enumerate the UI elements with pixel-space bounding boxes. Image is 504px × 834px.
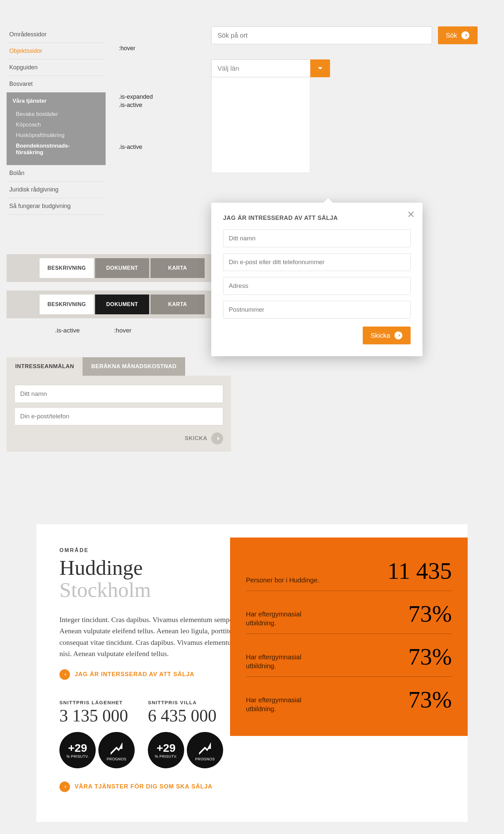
tab-state-hover: :hover	[95, 327, 151, 334]
sidebar-sub-insurance[interactable]: Husköpraförsäkring	[13, 130, 100, 141]
svg-point-1	[394, 331, 402, 339]
arrow-right-icon	[60, 782, 70, 792]
sidebar-item-guide[interactable]: Kopguiden	[7, 60, 106, 76]
prognosis-badge: PROGNOS	[187, 732, 223, 768]
avgprice-villa-label: SNITTPRIS VILLA	[148, 700, 223, 705]
interest-name-field[interactable]	[15, 385, 223, 403]
arrow-right-icon	[394, 331, 403, 340]
tab-strip-2: BESKRIVNING DOKUMENT KARTA	[7, 290, 211, 318]
sidebar-item-bidding[interactable]: Så fungerar budgivning	[7, 198, 106, 215]
stat-label: Personer bor i Huddinge.	[246, 576, 319, 585]
county-dropdown-label: Välj län	[217, 65, 239, 72]
price-change-badge: +29 % PRISUTV.	[148, 732, 184, 768]
sidebar-sub-cost-insurance[interactable]: Boendekonstnnads-försäkring	[13, 141, 100, 158]
tab-document[interactable]: DOKUMENT	[95, 258, 149, 278]
interest-submit-label: SKICKA	[185, 435, 207, 442]
tab-description-2[interactable]: BESKRIVNING	[40, 294, 94, 314]
sell-popover: JAG ÄR INTRESSERAD AV ATT SÄLJA Skicka	[211, 203, 422, 356]
tab-description[interactable]: BESKRIVNING	[40, 258, 94, 278]
svg-point-0	[461, 31, 469, 39]
state-annot-active2: .is-active	[119, 144, 153, 151]
chevron-down-icon	[316, 64, 325, 73]
close-icon	[407, 210, 415, 219]
stat-value: 73%	[408, 643, 452, 671]
arrow-right-icon	[461, 31, 470, 40]
popover-submit-button[interactable]: Skicka	[363, 327, 411, 344]
sidebar-group-services: Våra tjänster Bevaka bostäder Köpcoach H…	[7, 92, 106, 165]
arrow-right-icon	[60, 669, 70, 680]
prognosis-badge: PROGNOS	[98, 732, 135, 768]
state-annot-hover: :hover	[119, 45, 153, 52]
interest-tab-cost[interactable]: BERÄKNA MÅNADSKOSTNAD	[83, 357, 185, 376]
county-dropdown-toggle[interactable]	[310, 60, 330, 77]
state-annot-active: .is-active	[119, 102, 153, 109]
stat-value: 73%	[408, 686, 452, 714]
sidebar-sub-coach[interactable]: Köpcoach	[13, 119, 100, 130]
sell-interest-link-label: JAG ÄR INTERSSERAD AV ATT SÄLJA	[75, 671, 194, 678]
search-button-label: Sök	[446, 32, 457, 39]
stat-label: Har eftergymnasial utbildning.	[246, 610, 332, 628]
close-button[interactable]	[407, 210, 415, 219]
sidebar-item-loan[interactable]: Bolån	[7, 165, 106, 182]
sidebar-item-areas[interactable]: Områdessidor	[7, 26, 106, 43]
popover-submit-label: Skicka	[371, 332, 390, 339]
tab-map-2[interactable]: KARTA	[151, 294, 205, 314]
tab-strip-1: BESKRIVNING DOKUMENT KARTA	[7, 254, 211, 282]
price-change-badge: +29 % PRISUTV.	[60, 732, 96, 768]
interest-panel: INTRESSEANMÄLAN BERÄKNA MÅNADSKOSTNAD SK…	[7, 357, 231, 452]
stat-value: 11 435	[388, 557, 452, 585]
tab-map[interactable]: KARTA	[151, 258, 205, 278]
area-card: OMRÅDE Huddinge Stockholm Integer tincid…	[36, 524, 468, 822]
popover-name-field[interactable]	[223, 229, 411, 247]
arrow-up-right-icon	[108, 739, 125, 757]
county-dropdown-panel[interactable]	[211, 77, 310, 173]
sidebar-group-title: Våra tjänster	[13, 98, 100, 104]
popover-zip-field[interactable]	[223, 301, 411, 319]
tab-state-active: .is-active	[40, 327, 95, 334]
county-dropdown[interactable]: Välj län	[211, 60, 310, 77]
stat-label: Har eftergymnasial utbildning.	[246, 696, 332, 714]
stat-label: Har eftergymnasial utbildning.	[246, 653, 332, 671]
sidebar-item-bosvaret[interactable]: Bosvaret	[7, 76, 106, 92]
stat-value: 73%	[408, 600, 452, 628]
popover-contact-field[interactable]	[223, 253, 411, 271]
services-link-label: VÅRA TJÄNSTER FÖR DIG SOM SKA SÄLJA	[75, 783, 212, 790]
sidebar-item-objects[interactable]: Objektssidor	[7, 43, 106, 60]
arrow-up-right-icon	[196, 739, 214, 757]
stat-panel: Personer bor i Huddinge. 11 435 Har efte…	[230, 537, 468, 736]
sidebar-nav: Områdessidor Objektssidor Kopguiden Bosv…	[7, 26, 106, 215]
search-button[interactable]: Sök	[438, 26, 478, 44]
area-subtitle: Stockholm	[60, 578, 151, 601]
interest-contact-field[interactable]	[15, 408, 223, 425]
avgprice-apartment-label: SNITTPRIS LÄGENHET	[60, 700, 135, 705]
sidebar-sub-watch[interactable]: Bevaka bostäder	[13, 109, 100, 119]
popover-address-field[interactable]	[223, 277, 411, 295]
search-input[interactable]	[211, 26, 432, 44]
popover-title: JAG ÄR INTRESSERAD AV ATT SÄLJA	[223, 215, 411, 222]
avgprice-villa-value: 6 435 000	[148, 706, 223, 725]
interest-tab-register[interactable]: INTRESSEANMÄLAN	[7, 357, 83, 376]
avgprice-apartment-value: 3 135 000	[60, 706, 135, 725]
state-annot-expanded: .is-expanded	[119, 93, 153, 101]
services-link[interactable]: VÅRA TJÄNSTER FÖR DIG SOM SKA SÄLJA	[60, 782, 271, 792]
tab-document-2[interactable]: DOKUMENT	[95, 294, 149, 314]
sidebar-item-legal[interactable]: Juridisk rådgivning	[7, 182, 106, 198]
